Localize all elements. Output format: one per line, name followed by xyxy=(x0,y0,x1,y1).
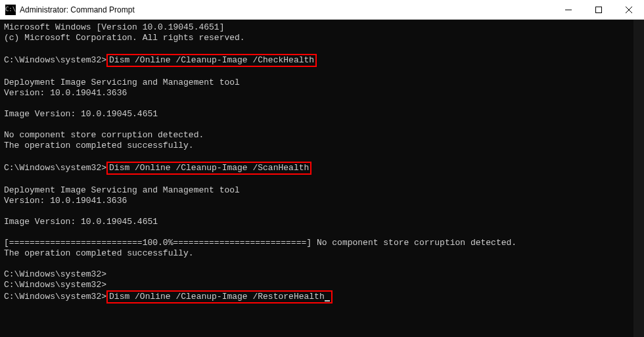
result-1b: The operation completed successfully. xyxy=(4,141,194,150)
window-title: Administrator: Command Prompt xyxy=(20,5,553,14)
image-version: Image Version: 10.0.19045.4651 xyxy=(4,217,158,227)
minimize-button[interactable] xyxy=(553,0,584,19)
prompt: C:\Windows\system32> xyxy=(4,292,106,302)
copyright-line: (c) Microsoft Corporation. All rights re… xyxy=(4,33,245,43)
prompt: C:\Windows\system32> xyxy=(4,55,106,65)
close-button[interactable] xyxy=(614,0,644,19)
prompt: C:\Windows\system32> xyxy=(4,269,106,279)
result-1a: No component store corruption detected. xyxy=(4,130,204,140)
cmd-icon: C:\ xyxy=(5,5,16,15)
command-1: Dism /Online /Cleanup-Image /CheckHealth xyxy=(109,55,314,65)
svg-rect-1 xyxy=(596,7,602,12)
cursor xyxy=(325,300,330,302)
titlebar[interactable]: C:\ Administrator: Command Prompt xyxy=(0,0,644,20)
result-2: The operation completed successfully. xyxy=(4,248,194,258)
dism-version: Version: 10.0.19041.3636 xyxy=(4,88,127,98)
command-3: Dism /Online /Cleanup-Image /RestoreHeal… xyxy=(109,292,325,302)
command-highlight-1: Dism /Online /Cleanup-Image /CheckHealth xyxy=(106,54,317,67)
command-highlight-3: Dism /Online /Cleanup-Image /RestoreHeal… xyxy=(106,290,333,303)
dism-header: Deployment Image Servicing and Managemen… xyxy=(4,78,240,87)
scrollbar[interactable] xyxy=(633,20,644,337)
prompt: C:\Windows\system32> xyxy=(4,280,106,290)
terminal-output[interactable]: Microsoft Windows [Version 10.0.19045.46… xyxy=(0,20,644,337)
dism-header: Deployment Image Servicing and Managemen… xyxy=(4,185,240,195)
prompt: C:\Windows\system32> xyxy=(4,163,106,173)
command-2: Dism /Online /Cleanup-Image /ScanHealth xyxy=(109,163,309,173)
command-prompt-window: C:\ Administrator: Command Prompt Micros… xyxy=(0,0,644,337)
dism-version: Version: 10.0.19041.3636 xyxy=(4,196,127,206)
os-version-line: Microsoft Windows [Version 10.0.19045.46… xyxy=(4,22,224,32)
progress-line: [==========================100.0%=======… xyxy=(4,238,517,248)
window-controls xyxy=(553,0,644,19)
maximize-button[interactable] xyxy=(584,0,614,19)
command-highlight-2: Dism /Online /Cleanup-Image /ScanHealth xyxy=(106,162,311,175)
image-version: Image Version: 10.0.19045.4651 xyxy=(4,109,158,119)
